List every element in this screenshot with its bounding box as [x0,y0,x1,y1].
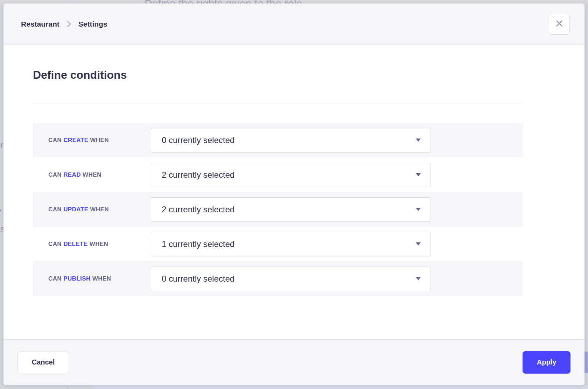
condition-row-create: CAN CREATE WHEN 0 currently selected [33,123,523,157]
chevron-down-icon [416,242,421,246]
label-action: PUBLISH [63,275,90,282]
condition-label: CAN UPDATE WHEN [33,206,151,213]
label-prefix: CAN [48,241,62,247]
select-value: 1 currently selected [162,239,234,249]
label-suffix: WHEN [90,206,109,213]
label-suffix: WHEN [90,137,109,143]
condition-row-update: CAN UPDATE WHEN 2 currently selected [33,192,523,227]
title-divider [33,104,522,104]
condition-row-read: CAN READ WHEN 2 currently selected [33,157,523,192]
background-left-strip: r d g o r e er u ti P es [0,3,4,385]
condition-label: CAN READ WHEN [33,171,151,178]
select-value: 0 currently selected [162,135,234,145]
background-right-strip [584,3,588,385]
background-divider [68,385,68,389]
background-button-fragment [584,352,588,373]
background-text-fragment: o [0,92,4,103]
background-text-fragment: es [0,224,4,235]
conditions-list: CAN CREATE WHEN 0 currently selected CAN… [33,123,523,296]
define-conditions-modal: Restaurant Settings Define conditions CA… [4,3,584,385]
can-publish-when-select[interactable]: 0 currently selected [151,267,431,291]
label-prefix: CAN [48,171,62,178]
label-prefix: CAN [48,137,62,143]
select-value: 2 currently selected [162,205,234,214]
condition-label: CAN PUBLISH WHEN [33,275,151,282]
label-action: UPDATE [63,206,88,213]
background-clipped-heading: Define the rights given to the role [145,0,302,3]
label-suffix: WHEN [90,241,108,247]
modal-header: Restaurant Settings [4,3,584,45]
background-text-fragment: d [0,65,4,76]
background-top-strip: Define the rights given to the role [0,0,588,3]
background-text-fragment: P [0,206,4,217]
background-text-fragment: r [0,50,4,61]
label-prefix: CAN [48,275,62,282]
condition-row-publish: CAN PUBLISH WHEN 0 currently selected [33,261,523,296]
condition-label: CAN CREATE WHEN [33,137,151,144]
label-action: DELETE [63,241,88,247]
condition-row-delete: CAN DELETE WHEN 1 currently selected [33,227,523,261]
condition-label: CAN DELETE WHEN [33,241,151,248]
background-divider [71,0,71,3]
cancel-button[interactable]: Cancel [18,352,69,373]
background-text-fragment: e [0,123,4,134]
background-text-fragment: r [0,106,4,117]
chevron-down-icon [416,139,421,142]
apply-button[interactable]: Apply [523,351,570,374]
breadcrumb: Restaurant Settings [21,20,107,28]
background-text-fragment: ti [0,177,4,188]
select-value: 0 currently selected [162,274,234,284]
label-action: READ [63,171,81,178]
background-text-fragment: u [0,160,4,171]
chevron-right-icon [66,20,71,28]
can-delete-when-select[interactable]: 1 currently selected [151,232,431,256]
label-action: CREATE [63,137,88,143]
label-prefix: CAN [48,206,62,213]
close-icon [555,19,564,29]
modal-footer: Cancel Apply [4,339,584,385]
background-panel-fragment [92,385,588,389]
page-title: Define conditions [33,68,584,82]
chevron-down-icon [416,173,421,176]
modal-body: Define conditions CAN CREATE WHEN 0 curr… [4,45,584,339]
background-text-fragment: er [0,140,4,151]
can-create-when-select[interactable]: 0 currently selected [151,128,431,153]
can-update-when-select[interactable]: 2 currently selected [151,197,431,222]
background-bottom-strip [0,385,588,389]
breadcrumb-item-restaurant: Restaurant [21,20,59,28]
chevron-down-icon [416,208,421,211]
select-value: 2 currently selected [162,170,234,180]
page-background: Define the rights given to the role r d … [0,0,588,389]
close-button[interactable] [549,14,570,35]
chevron-down-icon [416,277,421,280]
label-suffix: WHEN [83,171,102,178]
background-divider [92,385,92,389]
can-read-when-select[interactable]: 2 currently selected [151,163,431,187]
label-suffix: WHEN [92,275,111,282]
breadcrumb-item-settings: Settings [78,20,107,28]
background-text-fragment: g [0,79,4,90]
